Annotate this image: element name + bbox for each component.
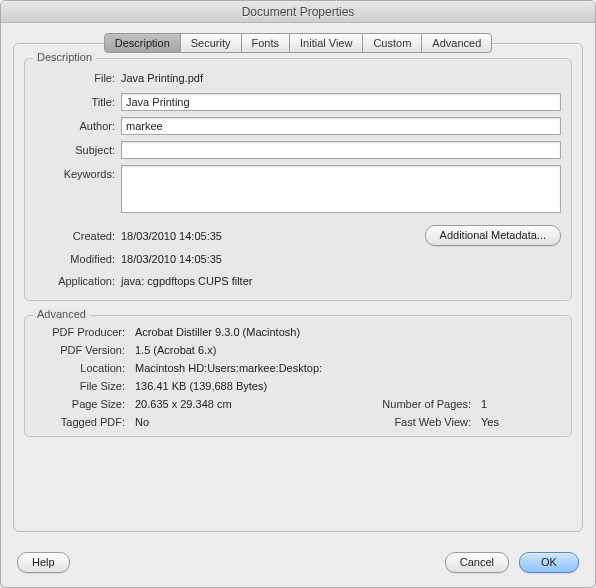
filesize-label: File Size: (35, 380, 135, 392)
subject-input[interactable] (121, 141, 561, 159)
version-label: PDF Version: (35, 344, 135, 356)
file-label: File: (35, 69, 121, 87)
created-value: 18/03/2010 14:05:35 (121, 227, 425, 245)
tab-description[interactable]: Description (104, 33, 181, 53)
pagesize-value: 20.635 x 29.348 cm (135, 398, 232, 410)
description-group: Description File: Java Printing.pdf Titl… (24, 58, 572, 301)
ok-button[interactable]: OK (519, 552, 579, 573)
footer: Help Cancel OK (1, 544, 595, 587)
tab-custom[interactable]: Custom (362, 33, 422, 53)
title-input[interactable] (121, 93, 561, 111)
tab-security[interactable]: Security (180, 33, 242, 53)
title-label: Title: (35, 93, 121, 111)
numpages-value: 1 (481, 398, 487, 410)
fastweb-label: Fast Web View: (361, 416, 481, 428)
subject-label: Subject: (35, 141, 121, 159)
application-label: Application: (35, 272, 121, 290)
numpages-label: Number of Pages: (361, 398, 481, 410)
document-properties-window: Document Properties Description Security… (0, 0, 596, 588)
author-input[interactable] (121, 117, 561, 135)
location-label: Location: (35, 362, 135, 374)
cancel-button[interactable]: Cancel (445, 552, 509, 573)
additional-metadata-button[interactable]: Additional Metadata... (425, 225, 561, 246)
help-button[interactable]: Help (17, 552, 70, 573)
filesize-value: 136.41 KB (139,688 Bytes) (135, 380, 267, 392)
version-value: 1.5 (Acrobat 6.x) (135, 344, 216, 356)
author-label: Author: (35, 117, 121, 135)
advanced-group-title: Advanced (33, 308, 90, 320)
advanced-group: Advanced PDF Producer: Acrobat Distiller… (24, 315, 572, 437)
pagesize-label: Page Size: (35, 398, 135, 410)
keywords-label: Keywords: (35, 165, 121, 183)
modified-value: 18/03/2010 14:05:35 (121, 250, 561, 268)
tab-initial-view[interactable]: Initial View (289, 33, 363, 53)
window-title: Document Properties (1, 1, 595, 23)
created-label: Created: (35, 227, 121, 245)
application-value: java: cgpdftops CUPS filter (121, 272, 561, 290)
tab-panel: Description File: Java Printing.pdf Titl… (13, 43, 583, 532)
modified-label: Modified: (35, 250, 121, 268)
tab-bar: Description Security Fonts Initial View … (13, 33, 583, 53)
fastweb-value: Yes (481, 416, 499, 428)
producer-value: Acrobat Distiller 9.3.0 (Macintosh) (135, 326, 300, 338)
producer-label: PDF Producer: (35, 326, 135, 338)
location-value: Macintosh HD:Users:markee:Desktop: (135, 362, 322, 374)
tagged-value: No (135, 416, 149, 428)
tab-fonts[interactable]: Fonts (241, 33, 291, 53)
tab-advanced[interactable]: Advanced (421, 33, 492, 53)
body-area: Description Security Fonts Initial View … (1, 23, 595, 544)
file-value: Java Printing.pdf (121, 69, 561, 87)
keywords-input[interactable] (121, 165, 561, 213)
tagged-label: Tagged PDF: (35, 416, 135, 428)
